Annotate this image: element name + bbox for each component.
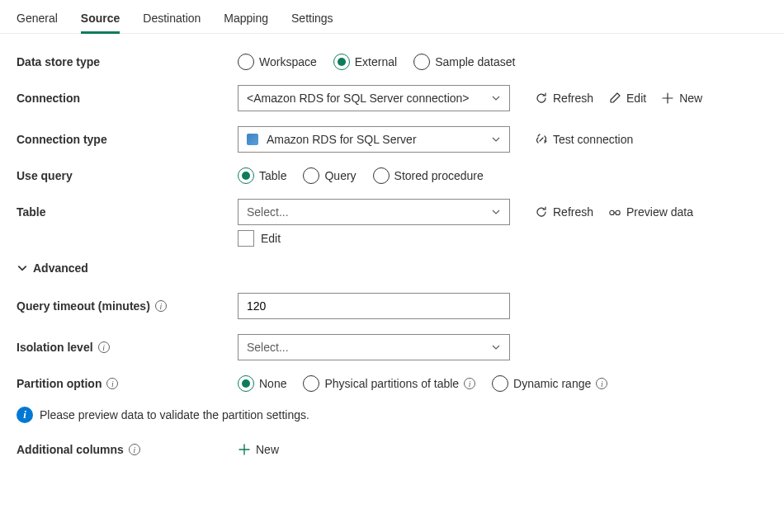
info-icon[interactable]: i [596,378,607,389]
radio-sample-dataset[interactable]: Sample dataset [413,54,515,70]
checkbox-label: Edit [261,232,281,245]
partition-option-radios: None Physical partitions of table i Dyna… [238,375,607,392]
radio-icon [238,375,254,392]
plug-icon [535,133,548,146]
radio-workspace[interactable]: Workspace [238,54,317,70]
radio-icon [238,167,254,184]
plus-icon [661,92,674,105]
glasses-icon [608,205,621,219]
preview-data-button[interactable]: Preview data [608,205,693,219]
label-connection: Connection [17,92,238,105]
table-refresh[interactable]: Refresh [535,205,593,219]
label-data-store-type: Data store type [17,55,238,68]
label-isolation-level: Isolation level i [17,341,238,354]
refresh-icon [535,205,548,219]
radio-icon [333,54,350,70]
plus-icon [238,443,251,456]
tab-general[interactable]: General [17,5,58,33]
svg-point-1 [616,210,620,214]
use-query-radios: Table Query Stored procedure [238,167,484,184]
radio-stored-procedure[interactable]: Stored procedure [373,167,484,184]
radio-label: Table [259,169,286,182]
action-label: Test connection [553,133,633,146]
action-label: New [679,92,702,105]
table-edit-checkbox[interactable]: Edit [238,230,281,247]
info-icon[interactable]: i [464,378,475,389]
radio-query[interactable]: Query [303,167,356,184]
radio-label: External [355,55,397,68]
info-icon[interactable]: i [155,300,167,312]
form-body: Data store type Workspace External Sampl… [0,34,784,491]
query-timeout-input[interactable] [238,293,510,319]
radio-icon [413,54,430,70]
tab-destination[interactable]: Destination [143,5,201,33]
info-icon[interactable]: i [129,444,140,455]
info-icon[interactable]: i [106,378,118,389]
label-query-timeout: Query timeout (minutes) i [17,299,238,313]
label-connection-type: Connection type [17,133,238,146]
radio-external[interactable]: External [333,54,397,70]
connection-select[interactable]: <Amazon RDS for SQL Server connection> [238,85,510,111]
chevron-down-icon [491,207,501,217]
tab-bar: General Source Destination Mapping Setti… [0,0,784,34]
chevron-down-icon [491,93,501,103]
chevron-down-icon [17,262,28,274]
database-icon [247,134,258,145]
additional-columns-new[interactable]: New [238,443,279,456]
connection-refresh[interactable]: Refresh [535,92,593,105]
radio-dynamic-range[interactable]: Dynamic range i [492,375,607,392]
radio-icon [303,375,319,392]
action-label: Refresh [553,92,593,105]
radio-none[interactable]: None [238,375,286,392]
radio-label: Query [324,169,356,182]
info-banner: i Please preview data to validate the pa… [17,407,767,423]
radio-label: Dynamic range [513,377,591,390]
test-connection-button[interactable]: Test connection [535,133,633,146]
connection-type-select[interactable]: Amazon RDS for SQL Server [238,126,510,153]
table-select[interactable]: Select... [238,199,510,225]
pencil-icon [608,92,621,105]
tab-source[interactable]: Source [81,5,120,33]
advanced-toggle[interactable]: Advanced [17,261,767,275]
radio-icon [492,375,508,392]
radio-icon [303,167,319,184]
action-label: New [256,443,279,456]
info-message: Please preview data to validate the part… [40,408,309,421]
action-label: Edit [626,92,646,105]
radio-label: Sample dataset [435,55,515,68]
info-circle-icon: i [17,407,33,423]
info-icon[interactable]: i [98,341,110,353]
connection-new[interactable]: New [661,92,702,105]
label-additional-columns: Additional columns i [17,443,238,456]
isolation-placeholder: Select... [247,341,289,354]
radio-icon [373,167,390,184]
radio-icon [238,54,254,70]
isolation-level-select[interactable]: Select... [238,334,510,360]
query-timeout-field[interactable] [247,299,501,313]
table-placeholder: Select... [247,205,289,219]
radio-label: Stored procedure [394,169,484,182]
label-use-query: Use query [17,169,238,182]
chevron-down-icon [491,342,501,352]
connection-value: <Amazon RDS for SQL Server connection> [247,92,470,105]
refresh-icon [535,92,548,105]
label-partition-option: Partition option i [17,377,238,390]
radio-physical-partitions[interactable]: Physical partitions of table i [303,375,475,392]
label-table: Table [17,205,238,219]
tab-settings[interactable]: Settings [291,5,333,33]
chevron-down-icon [491,134,501,144]
svg-point-0 [610,210,614,214]
advanced-label: Advanced [33,261,88,275]
radio-label: None [259,377,286,390]
action-label: Refresh [553,205,593,219]
action-label: Preview data [626,205,693,219]
data-store-type-radios: Workspace External Sample dataset [238,54,515,70]
tab-mapping[interactable]: Mapping [224,5,268,33]
radio-label: Physical partitions of table [324,377,459,390]
radio-table[interactable]: Table [238,167,286,184]
connection-edit[interactable]: Edit [608,92,646,105]
checkbox-icon [238,230,254,247]
connection-type-value: Amazon RDS for SQL Server [267,133,417,146]
radio-label: Workspace [259,55,317,68]
